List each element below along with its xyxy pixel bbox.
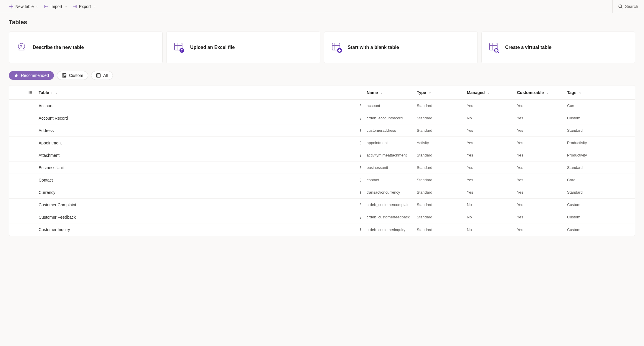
row-name: crdeb_customerinquiry: [367, 228, 417, 232]
new-table-button[interactable]: New table ⌄: [9, 4, 39, 9]
row-name: crdeb_accountrecord: [367, 116, 417, 120]
svg-point-23: [360, 155, 361, 155]
table-row[interactable]: Business UnitbusinessunitStandardYesYesS…: [9, 162, 635, 174]
row-customizable: Yes: [517, 103, 567, 108]
filter-pills: Recommended Custom All: [9, 71, 635, 80]
grid-icon: [96, 73, 101, 78]
pill-custom[interactable]: Custom: [57, 71, 88, 80]
import-icon: [44, 4, 49, 9]
row-table-name[interactable]: Address: [36, 128, 355, 133]
row-menu-button[interactable]: [355, 190, 367, 195]
page-title: Tables: [9, 19, 635, 26]
table-row[interactable]: AddresscustomeraddressStandardYesYesStan…: [9, 124, 635, 137]
row-type: Standard: [417, 228, 467, 232]
row-managed: Yes: [467, 141, 517, 145]
svg-point-42: [360, 230, 361, 231]
table-row[interactable]: Customer Complaintcrdeb_customercomplain…: [9, 199, 635, 211]
row-managed: Yes: [467, 190, 517, 195]
export-icon: [73, 4, 77, 9]
row-tags: Standard: [567, 128, 635, 133]
virtual-table-icon: [488, 42, 500, 53]
table-row[interactable]: ContactcontactStandardYesYesCore: [9, 174, 635, 186]
tables-grid: Table ↑ ⌄ Name ⌄ Type ⌄ Managed ⌄ Custom…: [9, 85, 635, 236]
row-menu-button[interactable]: [355, 104, 367, 108]
row-type: Standard: [417, 202, 467, 207]
row-menu-button[interactable]: [355, 178, 367, 182]
table-row[interactable]: CurrencytransactioncurrencyStandardYesYe…: [9, 186, 635, 199]
row-name: transactioncurrency: [367, 190, 417, 195]
svg-point-11: [360, 105, 361, 106]
svg-point-19: [360, 141, 361, 142]
th-customizable[interactable]: Customizable ⌄: [517, 90, 567, 95]
table-row[interactable]: AppointmentappointmentActivityYesYesProd…: [9, 137, 635, 149]
export-button[interactable]: Export ⌄: [73, 4, 96, 9]
row-menu-button[interactable]: [355, 141, 367, 145]
row-menu-button[interactable]: [355, 153, 367, 157]
row-menu-button[interactable]: [355, 228, 367, 232]
row-table-name[interactable]: Business Unit: [36, 165, 355, 170]
th-tags[interactable]: Tags ⌄: [567, 90, 635, 95]
list-view-toggle[interactable]: [9, 90, 36, 95]
search-button[interactable]: Search: [618, 4, 638, 9]
row-customizable: Yes: [517, 215, 567, 219]
row-tags: Custom: [567, 202, 635, 207]
row-table-name[interactable]: Attachment: [36, 153, 355, 158]
svg-point-12: [360, 106, 361, 107]
row-managed: Yes: [467, 178, 517, 182]
card-upload[interactable]: Upload an Excel file: [166, 32, 320, 63]
more-vertical-icon: [359, 116, 363, 120]
row-table-name[interactable]: Contact: [36, 178, 355, 182]
row-table-name[interactable]: Currency: [36, 190, 355, 195]
svg-rect-5: [490, 43, 497, 50]
svg-point-35: [360, 204, 361, 205]
table-row[interactable]: AccountaccountStandardYesYesCore: [9, 100, 635, 112]
row-table-name[interactable]: Customer Complaint: [36, 202, 355, 207]
row-customizable: Yes: [517, 141, 567, 145]
pill-recommended[interactable]: Recommended: [9, 71, 54, 80]
row-customizable: Yes: [517, 153, 567, 157]
svg-point-37: [360, 215, 361, 216]
th-type[interactable]: Type ⌄: [417, 90, 467, 95]
table-row[interactable]: Customer Feedbackcrdeb_customerfeedbackS…: [9, 211, 635, 223]
table-row[interactable]: AttachmentactivitymimeattachmentStandard…: [9, 149, 635, 162]
row-managed: Yes: [467, 128, 517, 133]
import-button[interactable]: Import ⌄: [44, 4, 67, 9]
row-table-name[interactable]: Customer Inquiry: [36, 227, 355, 232]
card-blank[interactable]: Start with a blank table: [324, 32, 478, 63]
svg-point-28: [360, 178, 361, 179]
row-menu-button[interactable]: [355, 116, 367, 120]
row-menu-button[interactable]: [355, 203, 367, 207]
row-table-name[interactable]: Account: [36, 103, 355, 108]
row-menu-button[interactable]: [355, 166, 367, 170]
pill-all[interactable]: All: [91, 71, 113, 80]
svg-point-34: [360, 203, 361, 204]
table-row[interactable]: Customer Inquirycrdeb_customerinquirySta…: [9, 223, 635, 236]
row-name: businessunit: [367, 165, 417, 170]
row-table-name[interactable]: Account Record: [36, 116, 355, 121]
row-managed: No: [467, 116, 517, 120]
star-icon: [14, 73, 19, 78]
card-virtual[interactable]: Create a virtual table: [481, 32, 635, 63]
export-label: Export: [79, 4, 91, 9]
row-name: account: [367, 103, 417, 108]
row-menu-button[interactable]: [355, 128, 367, 133]
svg-point-33: [360, 193, 361, 194]
row-table-name[interactable]: Customer Feedback: [36, 215, 355, 220]
th-table[interactable]: Table ↑ ⌄: [36, 90, 355, 95]
th-name[interactable]: Name ⌄: [367, 90, 417, 95]
th-type-label: Type: [417, 90, 426, 95]
th-managed[interactable]: Managed ⌄: [467, 90, 517, 95]
svg-point-16: [360, 129, 361, 129]
pill-all-label: All: [103, 73, 108, 78]
card-describe[interactable]: Describe the new table: [9, 32, 163, 63]
row-menu-button[interactable]: [355, 215, 367, 219]
card-describe-label: Describe the new table: [33, 45, 84, 50]
row-tags: Standard: [567, 165, 635, 170]
row-name: activitymimeattachment: [367, 153, 417, 157]
chevron-down-icon: ⌄: [380, 90, 383, 94]
row-tags: Productivity: [567, 153, 635, 157]
row-table-name[interactable]: Appointment: [36, 141, 355, 145]
svg-point-24: [360, 156, 361, 156]
table-row[interactable]: Account Recordcrdeb_accountrecordStandar…: [9, 112, 635, 124]
svg-point-20: [360, 142, 361, 143]
